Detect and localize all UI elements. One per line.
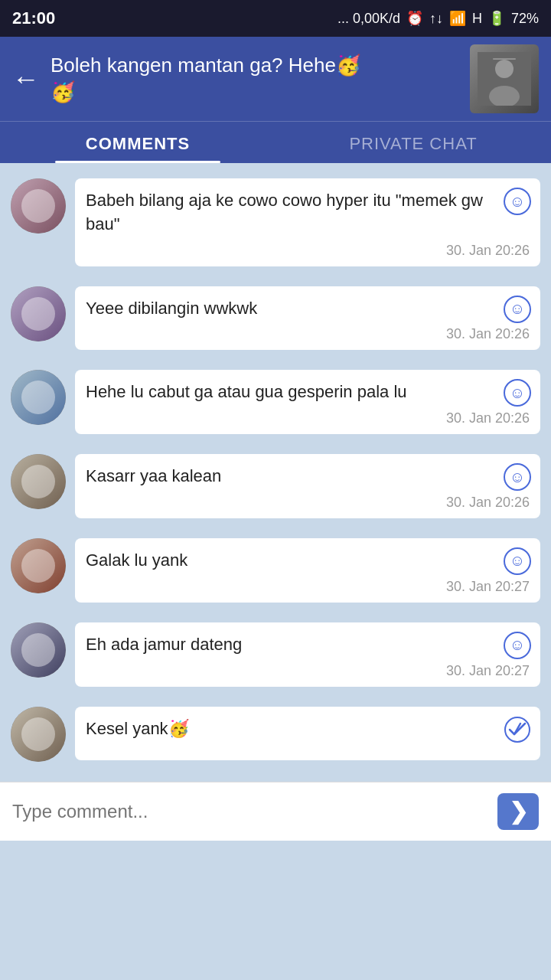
comment-timestamp: 30. Jan 20:26 [86,495,530,511]
alarm-icon: ⏰ [406,10,423,27]
comments-list: ☺ Babeh bilang aja ke cowo cowo hyper it… [0,163,551,782]
tab-private-chat[interactable]: PRIVATE CHAT [276,122,551,163]
comment-bubble: Kesel yank🥳 [75,707,540,760]
avatar [11,286,66,341]
comment-input[interactable] [12,801,497,822]
comment-text: Galak lu yank [86,549,530,573]
comment-bubble: ☺ Kasarr yaa kalean 30. Jan 20:26 [75,454,540,518]
like-icon[interactable]: ☺ [504,463,531,491]
list-item: ☺ Galak lu yank 30. Jan 20:27 [0,531,551,610]
post-thumbnail [470,44,539,113]
like-icon[interactable]: ☺ [504,296,531,323]
avatar [11,178,66,234]
avatar [11,454,66,509]
comment-text: Yeee dibilangin wwkwk [86,297,530,321]
comment-timestamp: 30. Jan 20:26 [86,410,530,426]
like-icon[interactable]: ☺ [504,632,531,659]
list-item: ☺ Hehe lu cabut ga atau gua gesperin pal… [0,362,551,442]
sent-icon [504,716,531,743]
comment-timestamp: 30. Jan 20:27 [86,579,530,595]
svg-point-1 [495,60,514,78]
comment-text: Kasarr yaa kalean [86,465,530,488]
network-status: ... 0,00K/d [337,11,400,27]
network-type-icon: H [472,11,482,27]
svg-rect-3 [493,58,516,60]
post-image[interactable] [470,44,539,113]
send-icon: ❯ [509,798,528,825]
status-right: ... 0,00K/d ⏰ ↑↓ 📶 H 🔋 72% [337,10,539,27]
battery-level: 72% [511,11,539,27]
avatar [11,370,66,425]
comment-text: Hehe lu cabut ga atau gua gesperin pala … [86,381,530,404]
tabs-bar: COMMENTS PRIVATE CHAT [0,121,551,163]
list-item: ☺ Yeee dibilangin wwkwk 30. Jan 20:26 [0,279,551,358]
tab-comments[interactable]: COMMENTS [0,122,276,163]
comment-bubble: ☺ Hehe lu cabut ga atau gua gesperin pal… [75,370,540,434]
comment-timestamp: 30. Jan 20:27 [86,663,530,679]
avatar [11,707,66,762]
list-item: ☺ Babeh bilang aja ke cowo cowo hyper it… [0,171,551,274]
comment-bubble: ☺ Babeh bilang aja ke cowo cowo hyper it… [75,178,540,266]
like-icon[interactable]: ☺ [504,188,531,215]
comment-bubble: ☺ Yeee dibilangin wwkwk 30. Jan 20:26 [75,286,540,351]
like-icon[interactable]: ☺ [504,547,531,575]
signal-icon: ↑↓ [429,11,443,27]
battery-icon: 🔋 [488,10,505,27]
comment-timestamp: 30. Jan 20:26 [86,326,530,342]
comment-bubble: ☺ Galak lu yank 30. Jan 20:27 [75,538,540,603]
send-button[interactable]: ❯ [497,793,539,830]
input-bar: ❯ [0,782,551,841]
comment-text: Eh ada jamur dateng [86,633,530,657]
post-title: Boleh kangen mantan ga? Hehe🥳🥳 [51,52,459,106]
status-bar: 21:00 ... 0,00K/d ⏰ ↑↓ 📶 H 🔋 72% [0,0,551,37]
comment-text: Kesel yank🥳 [86,717,530,741]
list-item: ☺ Eh ada jamur dateng 30. Jan 20:27 [0,615,551,694]
header: ← Boleh kangen mantan ga? Hehe🥳🥳 [0,37,551,121]
comment-bubble: ☺ Eh ada jamur dateng 30. Jan 20:27 [75,622,540,687]
list-item: ☺ Kasarr yaa kalean 30. Jan 20:26 [0,446,551,526]
bars-icon: 📶 [449,10,466,27]
list-item: Kesel yank🥳 [0,699,551,769]
comment-timestamp: 30. Jan 20:26 [86,243,530,259]
comment-text: Babeh bilang aja ke cowo cowo hyper itu … [86,189,530,237]
avatar [11,622,66,678]
avatar [11,538,66,593]
status-time: 21:00 [12,8,55,28]
back-button[interactable]: ← [12,63,40,95]
